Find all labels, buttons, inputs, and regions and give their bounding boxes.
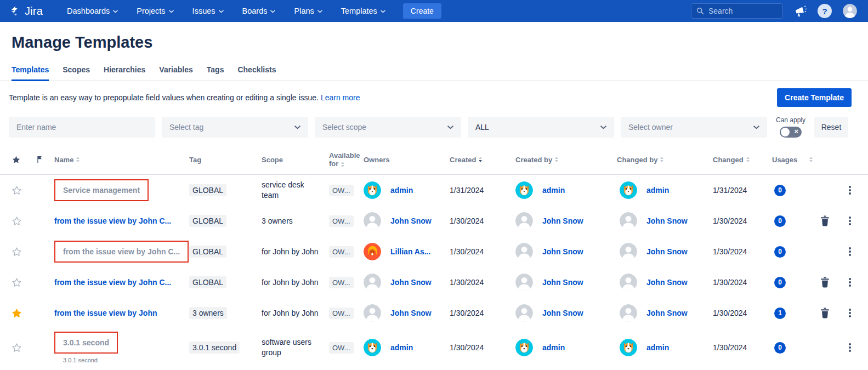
usages-badge: 0 [774, 215, 786, 227]
can-apply-toggle[interactable]: × [780, 127, 802, 138]
template-name: Service management [54, 179, 149, 201]
jira-logo[interactable]: Jira [9, 5, 43, 18]
column-header-created-by[interactable]: Created by [513, 156, 617, 164]
created-by-link[interactable]: admin [542, 343, 565, 352]
tab-checklists[interactable]: Checklists [237, 65, 276, 81]
scope-text: software users group [262, 337, 322, 358]
nav-boards[interactable]: Boards [242, 7, 276, 15]
star-icon[interactable] [9, 342, 22, 354]
scope-text: for John by John [262, 277, 319, 288]
tab-hierarchies[interactable]: Hierarchies [104, 65, 145, 81]
scope-filter-select[interactable]: Select scope [315, 117, 461, 138]
changed-by-link[interactable]: admin [646, 186, 669, 195]
star-column-icon [9, 155, 32, 165]
learn-more-link[interactable]: Learn more [321, 93, 360, 102]
tab-variables[interactable]: Variables [159, 65, 193, 81]
navbar-create-button[interactable]: Create [403, 3, 441, 19]
changed-date: 1/30/2024 [713, 217, 747, 225]
star-icon[interactable] [9, 277, 22, 288]
star-icon[interactable] [9, 215, 22, 227]
table-row: Service management GLOBAL service desk t… [0, 175, 868, 206]
column-header-changed[interactable]: Changed [713, 156, 772, 164]
star-icon[interactable] [9, 308, 22, 319]
star-icon[interactable] [9, 185, 22, 196]
more-actions-icon[interactable] [846, 340, 854, 355]
column-header-tag[interactable]: Tag [189, 156, 262, 164]
announcements-megaphone-icon[interactable] [794, 5, 807, 18]
usages-badge: 0 [774, 277, 786, 288]
template-name[interactable]: from the issue view by John C... [54, 278, 171, 287]
navbar-search[interactable] [691, 3, 783, 19]
owner-link[interactable]: John Snow [390, 278, 432, 287]
tag-filter-select[interactable]: Select tag [162, 117, 308, 138]
owner-avatar [364, 243, 381, 260]
column-header-available-for[interactable]: Available for [329, 151, 361, 168]
created-by-avatar [515, 274, 533, 291]
owner-filter-select[interactable]: Select owner [621, 117, 767, 138]
created-date: 1/30/2024 [450, 309, 484, 317]
available-for-badge: OW... [329, 215, 354, 227]
changed-date: 1/30/2024 [713, 343, 747, 352]
search-icon [696, 7, 704, 15]
profile-avatar[interactable] [843, 4, 857, 18]
top-navbar: Jira Dashboards Projects Issues Boards P… [0, 0, 868, 22]
changed-by-link[interactable]: John Snow [646, 247, 688, 256]
search-input[interactable] [708, 7, 774, 15]
owner-link[interactable]: admin [390, 186, 413, 195]
changed-by-link[interactable]: admin [646, 343, 669, 352]
nav-dashboards[interactable]: Dashboards [67, 7, 118, 15]
scope-text: for John by John [262, 247, 319, 257]
tag-badge: GLOBAL [189, 246, 226, 258]
owner-link[interactable]: admin [390, 343, 413, 352]
changed-by-link[interactable]: John Snow [646, 309, 688, 317]
name-filter-field[interactable] [9, 117, 155, 138]
created-by-link[interactable]: John Snow [542, 217, 583, 225]
owner-link[interactable]: John Snow [390, 217, 432, 225]
owner-link[interactable]: John Snow [390, 309, 432, 317]
tab-templates[interactable]: Templates [12, 65, 49, 81]
tab-scopes[interactable]: Scopes [63, 65, 90, 81]
column-header-usages[interactable]: Usages [772, 156, 820, 164]
star-icon[interactable] [9, 246, 22, 258]
changed-by-link[interactable]: John Snow [646, 278, 688, 287]
reset-button[interactable]: Reset [814, 117, 848, 138]
column-header-scope[interactable]: Scope [262, 156, 329, 164]
column-header-owners[interactable]: Owners [361, 156, 450, 164]
trash-icon[interactable] [820, 215, 830, 226]
name-filter-input[interactable] [16, 123, 147, 132]
created-by-link[interactable]: John Snow [542, 309, 583, 317]
create-template-button[interactable]: Create Template [777, 88, 852, 107]
trash-icon[interactable] [820, 308, 830, 318]
changed-date: 1/31/2024 [713, 186, 747, 195]
more-actions-icon[interactable] [846, 305, 854, 321]
column-header-changed-by[interactable]: Changed by [617, 156, 713, 164]
owner-link[interactable]: Lillian As... [390, 247, 430, 256]
changed-by-link[interactable]: John Snow [646, 217, 688, 225]
chevron-down-icon [600, 126, 606, 129]
more-actions-icon[interactable] [846, 213, 854, 229]
nav-projects[interactable]: Projects [137, 7, 173, 15]
chevron-down-icon [169, 10, 174, 13]
template-name[interactable]: from the issue view by John C... [54, 217, 171, 225]
created-by-link[interactable]: John Snow [542, 247, 583, 256]
more-actions-icon[interactable] [846, 183, 854, 198]
tab-tags[interactable]: Tags [207, 65, 224, 81]
jira-logo-icon [9, 5, 21, 18]
type-filter-select[interactable]: ALL [468, 117, 614, 138]
created-by-link[interactable]: John Snow [542, 278, 583, 287]
help-icon[interactable]: ? [818, 4, 832, 18]
chevron-down-icon [447, 126, 453, 129]
chevron-down-icon [219, 10, 224, 13]
trash-icon[interactable] [820, 277, 830, 288]
more-actions-icon[interactable] [846, 275, 854, 290]
nav-plans[interactable]: Plans [294, 7, 322, 15]
created-by-link[interactable]: admin [542, 186, 565, 195]
created-by-avatar [515, 181, 533, 199]
nav-issues[interactable]: Issues [192, 7, 224, 15]
column-header-created[interactable]: Created [450, 156, 513, 164]
more-actions-icon[interactable] [846, 244, 854, 259]
nav-templates[interactable]: Templates [341, 7, 385, 15]
scope-text: service desk team [262, 180, 322, 201]
template-name[interactable]: from the issue view by John [54, 309, 157, 317]
column-header-name[interactable]: Name [54, 156, 189, 164]
